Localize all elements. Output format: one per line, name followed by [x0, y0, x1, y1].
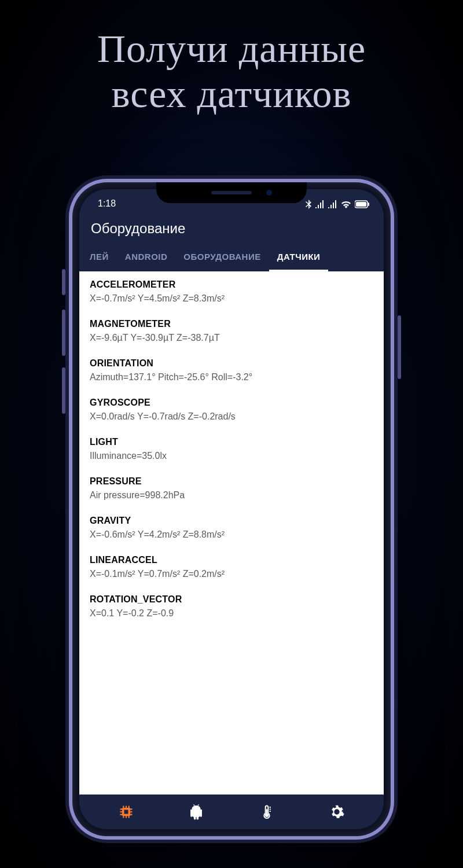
sensor-item: GYROSCOPE X=0.0rad/s Y=-0.7rad/s Z=-0.2r… — [79, 389, 384, 429]
sensor-item: ACCELEROMETER X=-0.7m/s² Y=4.5m/s² Z=8.3… — [79, 271, 384, 311]
gear-icon — [329, 804, 345, 820]
android-icon — [188, 804, 204, 820]
thermometer-icon — [259, 804, 275, 820]
sensor-item: LIGHT Illuminance=35.0lx — [79, 429, 384, 468]
sensor-item: PRESSURE Air pressure=998.2hPa — [79, 468, 384, 507]
wifi-icon — [341, 200, 351, 208]
sensor-list[interactable]: ACCELEROMETER X=-0.7m/s² Y=4.5m/s² Z=8.3… — [79, 271, 384, 795]
chip-icon — [118, 804, 134, 820]
phone-volume-up — [62, 310, 65, 356]
svg-rect-1 — [356, 202, 366, 207]
sensor-item: LINEARACCEL X=-0.1m/s² Y=0.7m/s² Z=0.2m/… — [79, 547, 384, 586]
phone-frame: 1:18 Оборудование ЛЕЙ ANDROID ОБОРУДОВАН… — [72, 182, 391, 836]
tab-android[interactable]: ANDROID — [117, 244, 176, 271]
nav-settings[interactable] — [326, 801, 347, 822]
signal-icon-2 — [328, 200, 337, 208]
sensor-item: GRAVITY X=-0.6m/s² Y=4.2m/s² Z=8.8m/s² — [79, 507, 384, 547]
headline-line-2: всех датчиков — [0, 71, 463, 116]
sensor-value: X=0.1 Y=-0.2 Z=-0.9 — [90, 608, 373, 619]
svg-rect-2 — [368, 203, 369, 206]
sensor-item: ROTATION_VECTOR X=0.1 Y=-0.2 Z=-0.9 — [79, 586, 384, 626]
nav-chip[interactable] — [116, 801, 137, 822]
tab-hardware[interactable]: ОБОРУДОВАНИЕ — [175, 244, 269, 271]
phone-screen: 1:18 Оборудование ЛЕЙ ANDROID ОБОРУДОВАН… — [79, 189, 384, 829]
phone-volume-down — [62, 367, 65, 414]
notch-speaker — [211, 191, 252, 194]
app-header: Оборудование — [79, 210, 384, 244]
sensor-item: ORIENTATION Azimuth=137.1° Pitch=-25.6° … — [79, 350, 384, 389]
sensor-name: LIGHT — [90, 437, 373, 447]
sensor-name: GRAVITY — [90, 516, 373, 526]
sensor-value: X=0.0rad/s Y=-0.7rad/s Z=-0.2rad/s — [90, 411, 373, 422]
phone-mockup: 1:18 Оборудование ЛЕЙ ANDROID ОБОРУДОВАН… — [72, 182, 391, 836]
sensor-value: Azimuth=137.1° Pitch=-25.6° Roll=-3.2° — [90, 372, 373, 382]
nav-thermometer[interactable] — [256, 801, 277, 822]
sensor-name: ORIENTATION — [90, 358, 373, 369]
sensor-name: ROTATION_VECTOR — [90, 594, 373, 605]
sensor-item: MAGNETOMETER X=-9.6µT Y=-30.9µT Z=-38.7µ… — [79, 311, 384, 350]
sensor-name: MAGNETOMETER — [90, 319, 373, 329]
headline-line-1: Получи данные — [0, 26, 463, 71]
sensor-value: Air pressure=998.2hPa — [90, 490, 373, 501]
promo-headline: Получи данные всех датчиков — [0, 0, 463, 116]
tab-bar: ЛЕЙ ANDROID ОБОРУДОВАНИЕ ДАТЧИКИ — [79, 244, 384, 271]
tab-partial[interactable]: ЛЕЙ — [82, 244, 117, 271]
sensor-name: PRESSURE — [90, 476, 373, 487]
phone-notch — [156, 182, 307, 203]
svg-rect-4 — [124, 810, 128, 814]
sensor-value: X=-9.6µT Y=-30.9µT Z=-38.7µT — [90, 333, 373, 343]
signal-icon — [315, 200, 325, 208]
sensor-name: LINEARACCEL — [90, 555, 373, 565]
sensor-value: X=-0.1m/s² Y=0.7m/s² Z=0.2m/s² — [90, 569, 373, 579]
status-icons — [305, 200, 370, 209]
nav-android[interactable] — [186, 801, 207, 822]
tab-sensors[interactable]: ДАТЧИКИ — [269, 244, 329, 271]
phone-power-button — [398, 315, 401, 379]
page-title: Оборудование — [91, 220, 372, 237]
notch-camera — [266, 190, 272, 196]
bottom-nav — [79, 795, 384, 829]
sensor-name: ACCELEROMETER — [90, 279, 373, 290]
svg-point-5 — [266, 814, 268, 816]
status-time: 1:18 — [93, 198, 116, 209]
sensor-value: X=-0.7m/s² Y=4.5m/s² Z=8.3m/s² — [90, 293, 373, 304]
phone-side-button — [62, 269, 65, 295]
battery-icon — [355, 200, 370, 208]
sensor-value: X=-0.6m/s² Y=4.2m/s² Z=8.8m/s² — [90, 529, 373, 540]
bluetooth-icon — [305, 200, 312, 209]
sensor-value: Illuminance=35.0lx — [90, 451, 373, 461]
sensor-name: GYROSCOPE — [90, 398, 373, 408]
